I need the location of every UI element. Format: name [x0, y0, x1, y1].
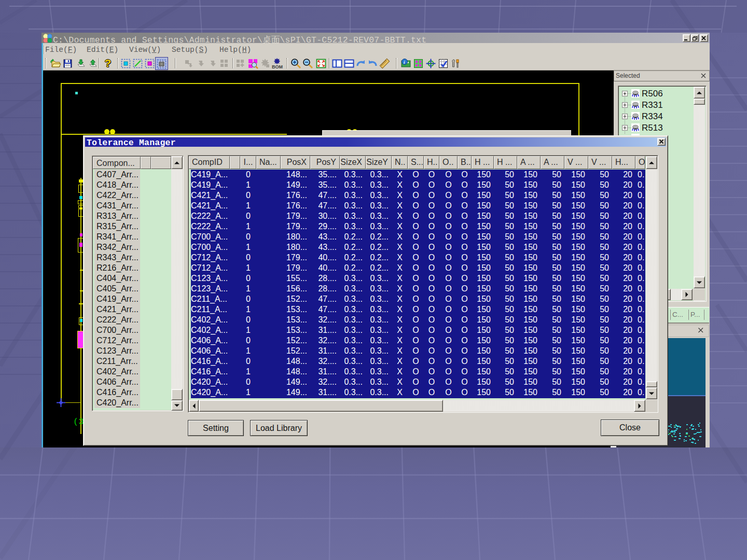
svg-text:BOM: BOM — [272, 64, 283, 69]
